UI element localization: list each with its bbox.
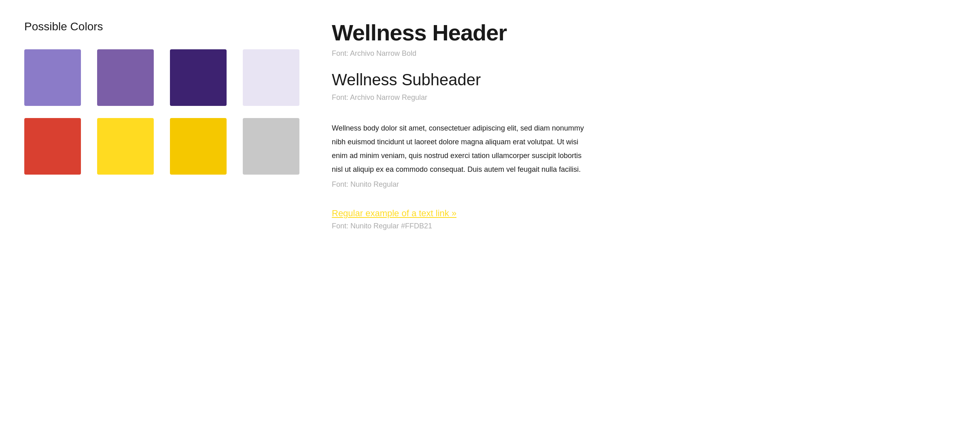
color-grid: [24, 49, 299, 175]
swatch-yellow-bright: [97, 118, 154, 175]
swatch-gray: [243, 118, 299, 175]
text-link[interactable]: Regular example of a text link »: [332, 208, 456, 219]
swatch-purple-light: [24, 49, 81, 106]
wellness-subheader: Wellness Subheader: [332, 70, 591, 89]
swatch-yellow-mid: [170, 118, 227, 175]
swatch-lavender: [243, 49, 299, 106]
swatch-purple-mid: [97, 49, 154, 106]
right-panel: Wellness Header Font: Archivo Narrow Bol…: [332, 16, 591, 230]
wellness-header: Wellness Header: [332, 20, 591, 45]
link-font-label: Font: Nunito Regular #FFDB21: [332, 222, 591, 230]
swatch-purple-dark: [170, 49, 227, 106]
header-font-label: Font: Archivo Narrow Bold: [332, 49, 591, 58]
main-layout: Possible Colors Wellness Header Font: Ar…: [24, 16, 591, 230]
possible-colors-title: Possible Colors: [24, 20, 299, 33]
wellness-body-text: Wellness body dolor sit amet, consectetu…: [332, 121, 591, 177]
subheader-font-label: Font: Archivo Narrow Regular: [332, 93, 591, 102]
swatch-red: [24, 118, 81, 175]
left-panel: Possible Colors: [24, 16, 299, 230]
body-font-label: Font: Nunito Regular: [332, 180, 591, 189]
